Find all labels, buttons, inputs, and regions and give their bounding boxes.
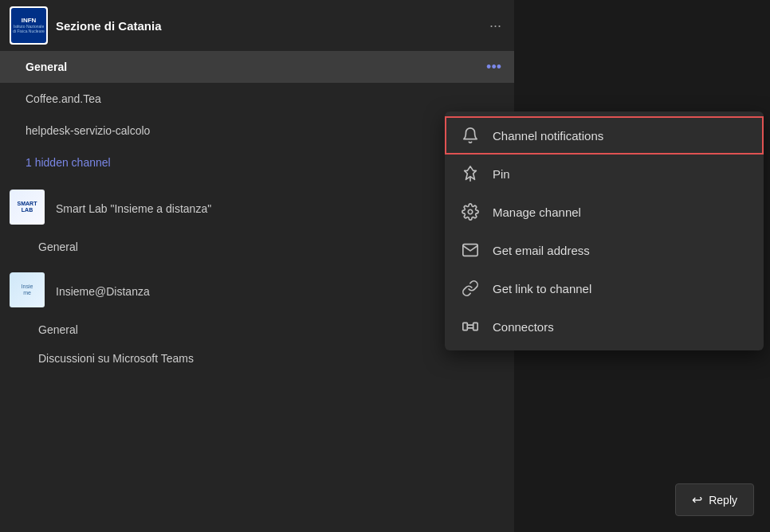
menu-channel-notifications-label: Channel notifications	[493, 129, 603, 143]
channel-coffee-label: Coffee.and.Tea	[26, 92, 501, 105]
reply-button[interactable]: ↩ Reply	[675, 483, 754, 516]
context-menu: Channel notifications Pin Manage channel	[445, 111, 764, 350]
link-icon	[461, 279, 480, 298]
svg-rect-3	[473, 323, 478, 330]
channel-hidden-label: 1 hidden channel	[26, 156, 501, 169]
team3-discussioni[interactable]: Discussioni su Microsoft Teams	[0, 344, 514, 373]
team2-general-label: General	[38, 241, 514, 253]
team1-header[interactable]: INFN Istituto Nazionaledi Fisica Nuclear…	[0, 0, 514, 51]
menu-item-manage-channel[interactable]: Manage channel	[445, 193, 764, 231]
team2-avatar: SMARTLAB	[10, 190, 48, 228]
menu-get-link-label: Get link to channel	[493, 282, 591, 295]
bell-icon	[461, 126, 480, 145]
menu-item-connectors[interactable]: Connectors	[445, 307, 764, 346]
channel-hidden[interactable]: 1 hidden channel	[0, 147, 514, 178]
channel-general-label: General	[26, 61, 486, 73]
team1-logo: INFN Istituto Nazionaledi Fisica Nuclear…	[10, 6, 48, 45]
channel-coffee[interactable]: Coffee.and.Tea	[0, 83, 514, 115]
menu-item-channel-notifications[interactable]: Channel notifications	[445, 116, 764, 155]
pin-icon	[461, 164, 480, 183]
team3-header[interactable]: Insieme Insieme@Distanza	[0, 268, 514, 315]
reply-label: Reply	[709, 494, 737, 507]
email-icon	[461, 241, 480, 260]
svg-point-1	[468, 209, 473, 214]
team3-general[interactable]: General	[0, 315, 514, 344]
menu-get-email-label: Get email address	[493, 244, 590, 257]
reply-arrow-icon: ↩	[692, 492, 702, 507]
team3-discussioni-label: Discussioni su Microsoft Teams	[38, 352, 514, 365]
team2-header[interactable]: SMARTLAB Smart Lab "Insieme a distanza"	[0, 185, 514, 233]
menu-connectors-label: Connectors	[493, 320, 554, 334]
channel-helpdesk-label: helpdesk-servizio-calcolo	[26, 124, 501, 137]
channel-general-more[interactable]: •••	[486, 59, 501, 76]
team2-name: Smart Lab "Insieme a distanza"	[56, 202, 505, 215]
svg-rect-2	[463, 323, 468, 330]
team1-name: Sezione di Catania	[56, 19, 478, 33]
team3-avatar: Insieme	[10, 272, 48, 311]
connectors-icon	[461, 317, 480, 336]
team3-name: Insieme@Distanza	[56, 285, 505, 298]
gear-icon	[461, 202, 480, 221]
team3-general-label: General	[38, 323, 514, 336]
menu-item-get-link[interactable]: Get link to channel	[445, 269, 764, 307]
channel-general[interactable]: General •••	[0, 51, 514, 83]
team2-general[interactable]: General	[0, 233, 514, 261]
menu-item-get-email[interactable]: Get email address	[445, 231, 764, 269]
menu-item-pin[interactable]: Pin	[445, 155, 764, 193]
menu-pin-label: Pin	[493, 167, 510, 181]
sidebar: INFN Istituto Nazionaledi Fisica Nuclear…	[0, 0, 514, 532]
menu-manage-channel-label: Manage channel	[493, 205, 581, 219]
channel-helpdesk[interactable]: helpdesk-servizio-calcolo	[0, 115, 514, 147]
team1-more-button[interactable]: ···	[486, 14, 505, 37]
